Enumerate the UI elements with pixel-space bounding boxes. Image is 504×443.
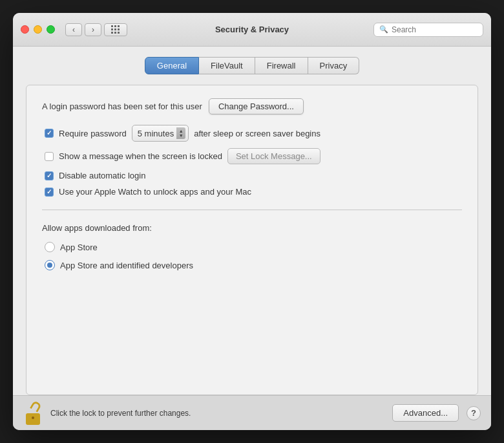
settings-panel: A login password has been set for this u… [26, 85, 478, 395]
require-password-suffix: after sleep or screen saver begins [194, 129, 320, 138]
lock-icon[interactable] [23, 402, 43, 425]
window-title: Security & Privacy [215, 25, 289, 34]
lock-keyhole-icon [32, 416, 34, 419]
radio-app-store-row: App Store [45, 242, 462, 252]
lock-text: Click the lock to prevent further change… [50, 409, 384, 418]
section-divider [42, 210, 462, 210]
tab-privacy[interactable]: Privacy [308, 57, 360, 74]
search-icon: 🔍 [379, 25, 388, 34]
lock-shackle-icon [30, 400, 42, 412]
traffic-lights [21, 25, 55, 34]
forward-icon: › [92, 25, 94, 34]
require-password-row: ✓ Require password 5 minutes ▲▼ after sl… [45, 125, 462, 142]
content-area: General FileVault Firewall Privacy A log… [13, 47, 491, 395]
radio-app-store-label: App Store [60, 243, 98, 252]
tab-general[interactable]: General [145, 57, 199, 74]
allow-apps-section: Allow apps downloaded from: App Store Ap… [42, 223, 462, 270]
grid-icon [111, 25, 120, 34]
radio-identified-label: App Store and identified developers [60, 261, 193, 270]
login-password-row: A login password has been set for this u… [42, 98, 462, 114]
radio-identified-developers[interactable] [45, 260, 55, 270]
checkmark-icon-2: ✓ [47, 173, 52, 179]
checkmark-icon: ✓ [47, 130, 52, 136]
set-lock-message-button[interactable]: Set Lock Message... [227, 148, 320, 164]
forward-button[interactable]: › [85, 23, 101, 36]
lock-body-icon [26, 413, 40, 425]
show-message-checkbox[interactable] [45, 152, 54, 161]
minimize-button[interactable] [34, 25, 42, 34]
disable-autologin-label: Disable automatic login [59, 171, 145, 180]
dropdown-value: 5 minutes [138, 129, 174, 138]
show-message-row: Show a message when the screen is locked… [45, 148, 462, 164]
grid-button[interactable] [104, 23, 127, 36]
maximize-button[interactable] [47, 25, 55, 34]
allow-apps-title: Allow apps downloaded from: [42, 223, 462, 233]
back-icon: ‹ [72, 25, 75, 34]
tab-filevault[interactable]: FileVault [199, 57, 255, 74]
main-window: ‹ › Security & Privacy 🔍 General FileVau… [13, 13, 491, 430]
require-password-checkbox[interactable]: ✓ [45, 129, 54, 138]
require-password-label: Require password [59, 129, 127, 138]
show-message-label: Show a message when the screen is locked [59, 151, 222, 161]
disable-autologin-row: ✓ Disable automatic login [45, 171, 462, 180]
radio-dot-icon [47, 263, 52, 268]
dropdown-arrow-icon: ▲▼ [176, 127, 185, 139]
back-button[interactable]: ‹ [65, 23, 82, 36]
search-box[interactable]: 🔍 [373, 23, 483, 37]
help-button[interactable]: ? [467, 406, 481, 420]
tabs: General FileVault Firewall Privacy [26, 57, 478, 74]
close-button[interactable] [21, 25, 29, 34]
radio-identified-row: App Store and identified developers [45, 260, 462, 270]
apple-watch-row: ✓ Use your Apple Watch to unlock apps an… [45, 187, 462, 197]
section-password: A login password has been set for this u… [42, 98, 462, 197]
login-password-text: A login password has been set for this u… [42, 102, 202, 111]
bottombar: Click the lock to prevent further change… [13, 395, 491, 430]
advanced-button[interactable]: Advanced... [392, 404, 459, 422]
checkmark-icon-3: ✓ [47, 189, 52, 195]
disable-autologin-checkbox[interactable]: ✓ [45, 171, 54, 180]
nav-buttons: ‹ › [65, 23, 101, 36]
apple-watch-checkbox[interactable]: ✓ [45, 188, 54, 197]
change-password-button[interactable]: Change Password... [209, 98, 304, 114]
password-timeout-dropdown[interactable]: 5 minutes ▲▼ [132, 125, 189, 142]
radio-app-store[interactable] [45, 242, 55, 252]
apple-watch-label: Use your Apple Watch to unlock apps and … [59, 187, 251, 197]
titlebar: ‹ › Security & Privacy 🔍 [13, 13, 491, 47]
search-input[interactable] [392, 25, 478, 34]
tab-firewall[interactable]: Firewall [255, 57, 308, 74]
